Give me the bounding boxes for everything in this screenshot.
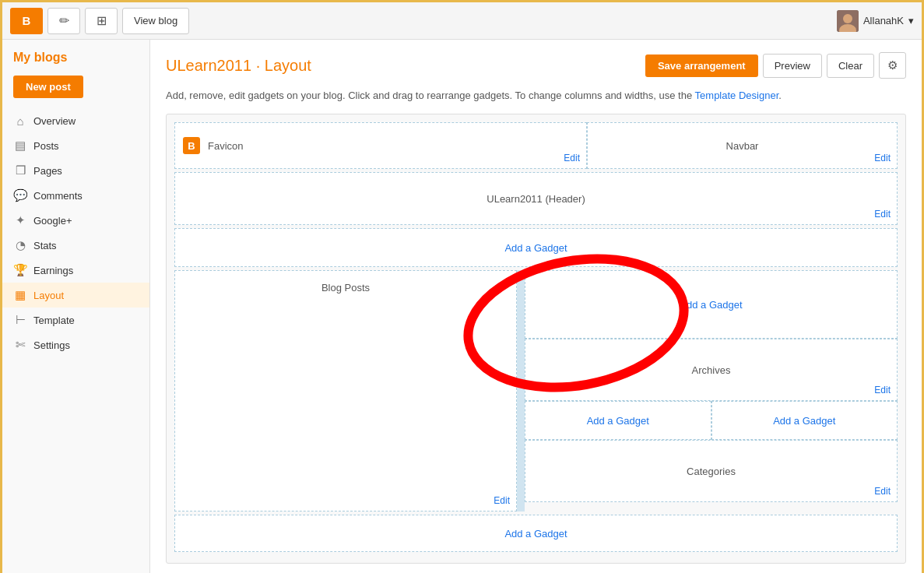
sidebar-item-stats[interactable]: ◔ Stats <box>2 233 149 258</box>
sidebar-item-layout[interactable]: ▦ Layout <box>2 283 149 308</box>
view-blog-button[interactable]: View blog <box>122 8 189 34</box>
sidebar-add-gadget-link[interactable]: Add a Gadget <box>680 299 742 311</box>
sidebar-item-label: Layout <box>33 290 64 301</box>
save-arrangement-button[interactable]: Save arrangement <box>645 54 758 77</box>
sidebar-item-posts[interactable]: ▤ Posts <box>2 133 149 158</box>
layout-icon: ▦ <box>13 288 27 302</box>
gear-icon: ⚙ <box>887 58 898 72</box>
template-designer-link[interactable]: Template Designer <box>695 90 779 101</box>
user-menu[interactable]: AllanahK ▾ <box>837 10 914 32</box>
sidebar-item-label: Posts <box>33 140 59 152</box>
sidebar-item-label: Comments <box>33 190 83 202</box>
template-icon: ⊢ <box>13 313 27 327</box>
categories-cell: Categories Edit <box>525 440 898 502</box>
top-bar: B ✏ ⊞ View blog AllanahK ▾ <box>2 2 922 40</box>
bottom-add-gadget-link[interactable]: Add a Gadget <box>504 528 567 540</box>
content-area: ULearn2011 · Layout Save arrangement Pre… <box>150 40 922 573</box>
dropdown-icon: ▾ <box>908 15 914 26</box>
googleplus-icon: ✦ <box>13 213 27 227</box>
description-text: Add, remove, edit gadgets on your blog. … <box>166 90 906 101</box>
sidebar-item-label: Overview <box>33 115 76 127</box>
add-gadget-top-link[interactable]: Add a Gadget <box>504 242 567 254</box>
description-before: Add, remove, edit gadgets on your blog. … <box>166 90 692 101</box>
sidebar-item-label: Stats <box>33 240 57 251</box>
navbar-label: Navbar <box>726 140 759 152</box>
archives-label: Archives <box>692 364 731 376</box>
layout-canvas: B Favicon Edit Navbar Edit ULearn2011 (H… <box>166 114 906 564</box>
main-content-row: Blog Posts Edit Add a Gadget <box>174 270 898 511</box>
sub-gadget2-cell: Add a Gadget <box>711 401 898 440</box>
stats-icon: ◔ <box>13 238 27 252</box>
sidebar-item-googleplus[interactable]: ✦ Google+ <box>2 208 149 233</box>
new-post-button[interactable]: New post <box>13 76 83 98</box>
earnings-icon: 🏆 <box>13 263 27 277</box>
sidebar-item-label: Pages <box>33 165 62 177</box>
navbar-edit-link[interactable]: Edit <box>874 153 891 163</box>
sidebar-item-label: Template <box>33 315 75 326</box>
main-layout: My blogs New post ⌂ Overview ▤ Posts ❒ P… <box>2 40 922 573</box>
blogger-icon: B <box>23 14 31 27</box>
pages-icon: ⊞ <box>97 13 107 28</box>
sidebar-item-comments[interactable]: 💬 Comments <box>2 183 149 208</box>
categories-edit-link[interactable]: Edit <box>874 486 891 497</box>
sidebar-sub-row: Add a Gadget Add a Gadget <box>525 401 898 440</box>
description-after: . <box>778 90 782 101</box>
sub-gadget1-cell: Add a Gadget <box>525 401 711 440</box>
overview-icon: ⌂ <box>13 114 27 128</box>
sub-gadget1-link[interactable]: Add a Gadget <box>587 415 649 427</box>
pages-button[interactable]: ⊞ <box>85 8 118 34</box>
sidebar-item-earnings[interactable]: 🏆 Earnings <box>2 258 149 283</box>
blog-posts-edit-link[interactable]: Edit <box>494 495 510 506</box>
sub-gadget2-link[interactable]: Add a Gadget <box>773 415 835 427</box>
my-blogs-title[interactable]: My blogs <box>2 51 149 76</box>
page-title: ULearn2011 · Layout <box>166 57 645 75</box>
edit-posts-button[interactable]: ✏ <box>47 8 80 34</box>
favicon-edit-link[interactable]: Edit <box>564 153 580 163</box>
sidebar-item-settings[interactable]: ✄ Settings <box>2 332 149 357</box>
avatar <box>837 10 859 32</box>
header-cell: ULearn2011 (Header) Edit <box>174 172 898 225</box>
sidebar-column: Add a Gadget Archives Edit <box>525 270 898 511</box>
svg-point-1 <box>843 14 852 23</box>
bottom-add-gadget-cell: Add a Gadget <box>174 515 898 552</box>
sidebar-item-overview[interactable]: ⌂ Overview <box>2 109 149 133</box>
clear-button[interactable]: Clear <box>827 54 874 78</box>
user-name: AllanahK <box>863 15 904 26</box>
pencil-icon: ✏ <box>59 13 69 28</box>
sidebar-gadget-top-cell: Add a Gadget <box>525 270 898 339</box>
header-edit-link[interactable]: Edit <box>874 209 891 220</box>
sidebar-item-label: Settings <box>33 339 70 351</box>
gear-button[interactable]: ⚙ <box>879 52 906 79</box>
blog-posts-cell: Blog Posts Edit <box>174 270 517 511</box>
sidebar-item-label: Google+ <box>33 215 72 227</box>
add-gadget-top-cell: Add a Gadget <box>174 228 898 267</box>
favicon-inner: B Favicon <box>183 137 578 154</box>
drag-handle[interactable] <box>517 270 525 511</box>
preview-button[interactable]: Preview <box>763 54 822 78</box>
blog-name: ULearn2011 <box>166 57 251 74</box>
favicon-cell: B Favicon Edit <box>174 122 587 169</box>
sidebar: My blogs New post ⌂ Overview ▤ Posts ❒ P… <box>2 40 150 573</box>
header-label: ULearn2011 (Header) <box>487 193 585 205</box>
comments-icon: 💬 <box>13 188 27 202</box>
content-header: ULearn2011 · Layout Save arrangement Pre… <box>166 52 906 79</box>
archives-edit-link[interactable]: Edit <box>874 385 891 395</box>
separator: · <box>256 57 265 74</box>
favicon-label: Favicon <box>208 140 244 152</box>
layout-title: Layout <box>265 57 311 74</box>
navbar-cell: Navbar Edit <box>587 122 898 169</box>
blogger-small-icon: B <box>183 137 200 154</box>
categories-label: Categories <box>687 466 736 477</box>
sidebar-item-template[interactable]: ⊢ Template <box>2 308 149 332</box>
posts-icon: ▤ <box>13 139 27 153</box>
add-gadget-top-row: Add a Gadget <box>174 228 898 267</box>
header-actions: Save arrangement Preview Clear ⚙ <box>645 52 906 79</box>
archives-cell: Archives Edit <box>525 339 898 401</box>
sidebar-item-pages[interactable]: ❒ Pages <box>2 158 149 183</box>
blogger-home-button[interactable]: B <box>10 8 43 34</box>
bottom-add-gadget-row: Add a Gadget <box>174 515 898 552</box>
favicon-navbar-row: B Favicon Edit Navbar Edit <box>174 122 898 169</box>
pages-nav-icon: ❒ <box>13 163 27 178</box>
settings-icon: ✄ <box>13 338 27 352</box>
header-row: ULearn2011 (Header) Edit <box>174 172 898 225</box>
